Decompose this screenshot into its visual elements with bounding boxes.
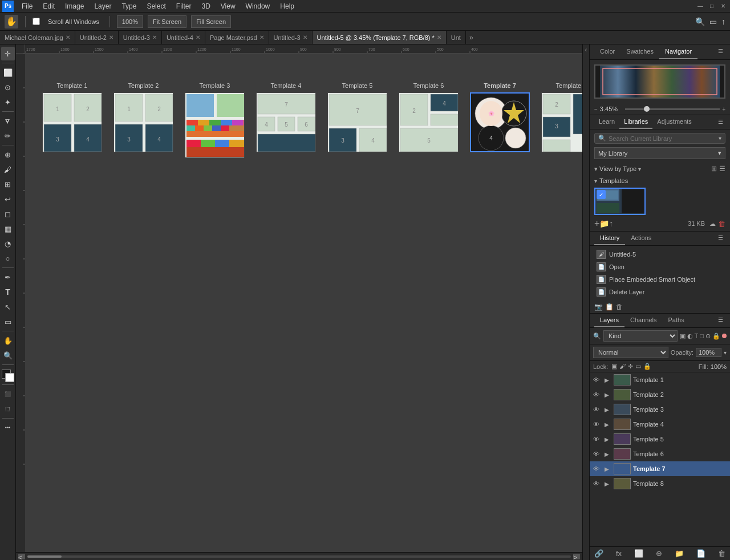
- menu-file[interactable]: File: [17, 1, 37, 11]
- layer-vis-6[interactable]: 👁: [593, 451, 602, 457]
- delete-layer-btn[interactable]: 🗑: [718, 549, 725, 558]
- filter-lock-icon[interactable]: 🔒: [712, 332, 720, 340]
- delete-template-btn[interactable]: 🗑: [718, 220, 725, 228]
- stamp-tool[interactable]: ⊞: [1, 177, 15, 191]
- template-item-2[interactable]: Template 2 1 2 3 4: [113, 82, 173, 158]
- tab-michael-coleman[interactable]: Michael Coleman.jpg ✕: [0, 31, 75, 44]
- quick-select-tool[interactable]: ✦: [1, 95, 15, 109]
- screen-mode-tool[interactable]: ⬚: [1, 402, 15, 416]
- scroll-track[interactable]: [27, 555, 571, 558]
- history-panel-menu[interactable]: ☰: [716, 232, 725, 245]
- horizontal-scrollbar[interactable]: < >: [16, 552, 582, 560]
- marquee-tool[interactable]: ⬜: [1, 66, 15, 79]
- templates-collapse-arrow[interactable]: ▾: [594, 178, 597, 184]
- lib-panel-menu[interactable]: ☰: [716, 115, 725, 129]
- delete-history-btn[interactable]: 🗑: [616, 303, 623, 311]
- layer-vis-5[interactable]: 👁: [593, 436, 602, 443]
- tab-actions[interactable]: Actions: [625, 232, 657, 245]
- eyedropper-tool[interactable]: ✏: [1, 129, 15, 143]
- grid-view-icon[interactable]: ⊞: [711, 165, 717, 173]
- close-button[interactable]: ✕: [719, 2, 728, 11]
- close-tab-untitled-3b[interactable]: ✕: [303, 34, 307, 40]
- layer-item-template3[interactable]: 👁 ▶ Template 3: [590, 402, 730, 417]
- menu-type[interactable]: Type: [117, 1, 141, 11]
- menu-image[interactable]: Image: [60, 1, 88, 11]
- layer-arrow-4[interactable]: ▶: [605, 421, 611, 428]
- dodge-tool[interactable]: ○: [1, 251, 15, 265]
- eraser-tool[interactable]: ◻: [1, 207, 15, 221]
- lock-transparent-icon[interactable]: ▣: [611, 363, 617, 370]
- layer-vis-2[interactable]: 👁: [593, 391, 602, 398]
- gradient-tool[interactable]: ▦: [1, 222, 15, 236]
- add-adjustment-btn[interactable]: ⊕: [656, 549, 662, 558]
- template-item-1[interactable]: Template 1 1 2 3 4: [42, 82, 102, 158]
- add-template-btn[interactable]: +: [594, 218, 599, 229]
- menu-select[interactable]: Select: [142, 1, 170, 11]
- filter-shape-icon[interactable]: □: [700, 332, 704, 339]
- add-style-btn[interactable]: fx: [616, 549, 622, 558]
- layer-arrow-3[interactable]: ▶: [605, 407, 611, 413]
- search-icon[interactable]: 🔍: [695, 17, 705, 26]
- template-item-7[interactable]: Template 7 4: [470, 82, 530, 158]
- zoom-tool[interactable]: 🔍: [1, 348, 15, 362]
- zoom-out-icon[interactable]: −: [594, 106, 598, 112]
- maximize-button[interactable]: □: [707, 2, 716, 11]
- filter-smart-icon[interactable]: ⊙: [705, 332, 711, 340]
- layer-vis-8[interactable]: 👁: [593, 480, 602, 487]
- lib-search-dropdown[interactable]: ▾: [719, 135, 721, 141]
- lock-image-icon[interactable]: 🖌: [619, 363, 626, 370]
- create-snapshot-btn[interactable]: 📷: [594, 303, 603, 311]
- tab-untitled-3b[interactable]: Untitled-3 ✕: [269, 31, 313, 44]
- template-item-8[interactable]: Template 8 2 4 3: [541, 82, 582, 158]
- layer-item-template7[interactable]: 👁 ▶ Template 7: [590, 461, 730, 476]
- blend-mode-select[interactable]: Normal: [593, 347, 668, 358]
- layer-item-template1[interactable]: 👁 ▶ Template 1: [590, 372, 730, 387]
- menu-layer[interactable]: Layer: [90, 1, 116, 11]
- close-tab-page-master[interactable]: ✕: [259, 34, 264, 40]
- layer-item-template8[interactable]: 👁 ▶ Template 8: [590, 476, 730, 491]
- template-item-4[interactable]: Template 4 7 4 5 6: [256, 82, 316, 158]
- filter-pixel-icon[interactable]: ▣: [680, 332, 686, 340]
- menu-view[interactable]: View: [216, 1, 240, 11]
- canvas[interactable]: Template 1 1 2 3 4: [25, 54, 582, 552]
- zoom-in-icon[interactable]: +: [722, 106, 725, 112]
- hand-tool-left[interactable]: ✋: [1, 334, 15, 347]
- list-view-icon[interactable]: ☰: [719, 165, 725, 173]
- nav-panel-menu[interactable]: ☰: [716, 44, 725, 59]
- tab-learn[interactable]: Learn: [594, 115, 619, 129]
- menu-help[interactable]: Help: [275, 1, 299, 11]
- menu-edit[interactable]: Edit: [38, 1, 59, 11]
- menu-3d[interactable]: 3D: [197, 1, 214, 11]
- tabs-overflow-button[interactable]: »: [466, 34, 477, 42]
- brush-tool[interactable]: 🖌: [1, 163, 15, 176]
- layer-vis-4[interactable]: 👁: [593, 421, 602, 428]
- library-search[interactable]: 🔍 ▾: [594, 133, 725, 144]
- layer-vis-1[interactable]: 👁: [593, 376, 602, 383]
- tab-navigator[interactable]: Navigator: [659, 44, 697, 59]
- layers-panel-menu[interactable]: ☰: [716, 314, 725, 327]
- template-item-6[interactable]: Template 6 2 4 5: [399, 82, 459, 158]
- tab-untitled-3[interactable]: Untitled-3 ✕: [119, 31, 162, 44]
- workspace-icon[interactable]: ▭: [709, 17, 717, 26]
- blur-tool[interactable]: ◔: [1, 237, 15, 250]
- close-tab-untitled-3[interactable]: ✕: [152, 34, 157, 40]
- add-mask-btn[interactable]: ⬜: [634, 549, 643, 558]
- lib-search-input[interactable]: [609, 135, 716, 142]
- move-tool[interactable]: ✛: [1, 47, 15, 60]
- folder-template-btn[interactable]: 📁: [599, 219, 609, 228]
- close-tab-michael-coleman[interactable]: ✕: [66, 34, 70, 40]
- layer-arrow-8[interactable]: ▶: [605, 481, 611, 487]
- filter-active-indicator[interactable]: [722, 334, 727, 338]
- history-brush-tool[interactable]: ↩: [1, 192, 15, 206]
- create-document-btn[interactable]: 📋: [605, 303, 614, 311]
- close-tab-untitled-2[interactable]: ✕: [109, 34, 113, 40]
- cloud-sync-icon[interactable]: ☁: [709, 220, 716, 228]
- close-tab-untitled-4[interactable]: ✕: [196, 34, 200, 40]
- color-boxes[interactable]: [2, 370, 14, 382]
- layer-arrow-2[interactable]: ▶: [605, 392, 611, 398]
- tab-swatches[interactable]: Swatches: [620, 44, 659, 59]
- layer-vis-7[interactable]: 👁: [593, 465, 602, 472]
- upload-template-btn[interactable]: ↑: [609, 219, 613, 228]
- lock-all-icon[interactable]: 🔒: [643, 363, 651, 370]
- view-by-type-label[interactable]: ▾ View by Type ▾: [594, 165, 641, 173]
